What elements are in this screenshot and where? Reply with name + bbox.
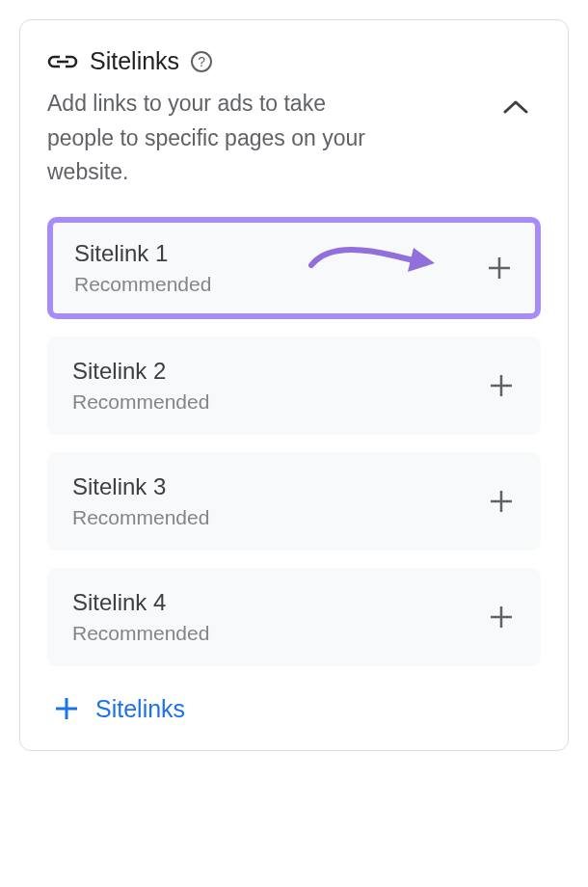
sitelink-item-4[interactable]: Sitelink 4 Recommended <box>47 568 541 666</box>
plus-icon[interactable] <box>487 603 516 632</box>
item-text: Sitelink 1 Recommended <box>74 240 211 296</box>
plus-icon <box>53 695 80 722</box>
item-text: Sitelink 3 Recommended <box>72 473 209 529</box>
sitelink-item-1[interactable]: Sitelink 1 Recommended <box>47 217 541 319</box>
item-subtitle: Recommended <box>72 622 209 645</box>
chevron-up-icon[interactable] <box>498 90 533 124</box>
plus-icon[interactable] <box>487 487 516 516</box>
item-title: Sitelink 2 <box>72 358 209 385</box>
item-subtitle: Recommended <box>72 506 209 529</box>
plus-icon[interactable] <box>485 254 514 282</box>
sitelink-item-2[interactable]: Sitelink 2 Recommended <box>47 336 541 435</box>
add-label: Sitelinks <box>95 695 185 723</box>
annotation-arrow <box>302 238 446 286</box>
sitelinks-card: Sitelinks ? Add links to your ads to tak… <box>19 19 569 751</box>
add-sitelinks-button[interactable]: Sitelinks <box>47 695 541 723</box>
title-row: Sitelinks ? <box>47 47 487 75</box>
item-text: Sitelink 4 Recommended <box>72 589 209 645</box>
item-text: Sitelink 2 Recommended <box>72 358 209 414</box>
item-subtitle: Recommended <box>72 390 209 414</box>
sitelink-items: Sitelink 1 Recommended Sitelink 2 Recomm… <box>47 217 541 666</box>
link-icon <box>47 52 78 71</box>
item-title: Sitelink 1 <box>74 240 211 267</box>
header-left: Sitelinks ? Add links to your ads to tak… <box>47 47 487 190</box>
item-title: Sitelink 3 <box>72 473 209 500</box>
card-description: Add links to your ads to take people to … <box>47 87 375 190</box>
sitelink-item-3[interactable]: Sitelink 3 Recommended <box>47 452 541 551</box>
card-title: Sitelinks <box>90 47 179 75</box>
item-subtitle: Recommended <box>74 273 211 296</box>
card-header: Sitelinks ? Add links to your ads to tak… <box>47 47 541 190</box>
plus-icon[interactable] <box>487 371 516 400</box>
help-icon[interactable]: ? <box>191 51 212 72</box>
item-title: Sitelink 4 <box>72 589 209 616</box>
